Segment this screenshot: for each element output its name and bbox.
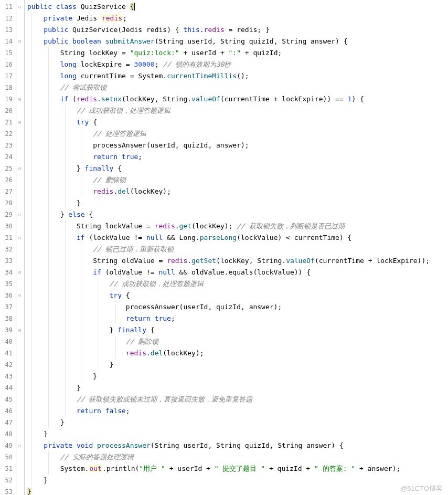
line-number: 21 — [0, 117, 13, 128]
code-line[interactable]: } — [27, 382, 448, 394]
code-line[interactable]: } — [27, 417, 448, 428]
line-number: 12 — [0, 13, 13, 24]
line-number: 23 — [0, 140, 13, 151]
line-number: 29 — [0, 209, 13, 220]
fold-toggle-icon[interactable]: ⊟ — [18, 236, 23, 240]
code-line[interactable]: // 删除锁 — [27, 174, 448, 186]
line-number: 15 — [0, 47, 13, 59]
line-number: 28 — [0, 197, 13, 209]
code-line[interactable]: if (redis.setnx(lockKey, String.valueOf(… — [27, 93, 448, 105]
line-number: 53 — [0, 486, 13, 495]
line-number: 32 — [0, 244, 13, 255]
code-line[interactable]: private Jedis redis; — [27, 13, 448, 24]
code-line[interactable]: } — [27, 197, 448, 209]
code-line[interactable]: return true; — [27, 151, 448, 163]
line-number: 51 — [0, 463, 13, 475]
line-number: 17 — [0, 70, 13, 82]
code-line[interactable]: processAnswer(userId, quizId, answer); — [27, 140, 448, 151]
code-line[interactable]: } finally { — [27, 163, 448, 174]
code-line[interactable]: // 成功获取锁，处理答题逻辑 — [27, 105, 448, 117]
code-line[interactable]: long currentTime = System.currentTimeMil… — [27, 70, 448, 82]
code-line[interactable]: long lockExpire = 30000; // 锁的有效期为30秒 — [27, 59, 448, 70]
line-number: 34 — [0, 267, 13, 278]
code-line[interactable]: } — [27, 475, 448, 486]
code-line[interactable]: String oldValue = redis.getSet(lockKey, … — [27, 255, 448, 267]
code-line[interactable]: } — [27, 359, 448, 371]
line-number: 44 — [0, 382, 13, 394]
watermark: @51CTO博客 — [400, 484, 443, 493]
code-line[interactable]: redis.del(lockKey); — [27, 347, 448, 359]
code-line[interactable]: public boolean submitAnswer(String userI… — [27, 36, 448, 47]
line-number: 45 — [0, 394, 13, 405]
fold-toggle-icon[interactable]: ⊟ — [18, 120, 23, 124]
fold-toggle-icon[interactable]: ⊟ — [18, 293, 23, 298]
fold-toggle-icon[interactable]: ⊟ — [18, 328, 23, 332]
code-line[interactable]: String lockKey = "quiz:lock:" + userId +… — [27, 47, 448, 59]
line-number: 16 — [0, 59, 13, 70]
line-number: 30 — [0, 220, 13, 232]
line-number: 39 — [0, 324, 13, 336]
line-number: 43 — [0, 371, 13, 382]
line-number: 46 — [0, 405, 13, 417]
code-line[interactable]: return false; — [27, 405, 448, 417]
code-line[interactable]: return true; — [27, 313, 448, 324]
code-line[interactable]: private void processAnswer(String userId… — [27, 440, 448, 451]
line-number: 27 — [0, 186, 13, 197]
line-number: 25 — [0, 163, 13, 174]
code-line[interactable]: } finally { — [27, 324, 448, 336]
fold-toggle-icon[interactable]: ⊟ — [18, 270, 23, 275]
code-line[interactable]: public QuizService(Jedis redis) { this.r… — [27, 24, 448, 36]
code-line[interactable]: System.out.println("用户 " + userId + " 提交… — [27, 463, 448, 475]
fold-toggle-icon[interactable]: ⊟ — [18, 166, 23, 171]
code-line[interactable]: // 锁已过期，重新获取锁 — [27, 244, 448, 255]
code-line[interactable]: processAnswer(userId, quizId, answer); — [27, 301, 448, 313]
line-number: 52 — [0, 475, 13, 486]
code-line[interactable]: } — [27, 486, 448, 495]
line-number: 36 — [0, 290, 13, 301]
line-number: 50 — [0, 451, 13, 463]
line-number: 35 — [0, 278, 13, 290]
line-number: 31 — [0, 232, 13, 244]
line-number: 20 — [0, 105, 13, 117]
code-line[interactable]: } else { — [27, 209, 448, 220]
line-number: 26 — [0, 174, 13, 186]
line-number: 11 — [0, 1, 13, 13]
line-number: 37 — [0, 301, 13, 313]
line-number: 18 — [0, 82, 13, 93]
code-line[interactable]: // 处理答题逻辑 — [27, 128, 448, 140]
fold-toggle-icon[interactable]: ⊟ — [18, 97, 23, 101]
code-line[interactable]: String lockValue = redis.get(lockKey); /… — [27, 220, 448, 232]
line-number: 19 — [0, 93, 13, 105]
line-number: 40 — [0, 336, 13, 347]
code-line[interactable]: try { — [27, 290, 448, 301]
code-line[interactable]: // 删除锁 — [27, 336, 448, 347]
fold-toggle-icon[interactable]: ⊟ — [18, 213, 23, 217]
fold-column[interactable]: ⊟⊟⊟⊟⊟⊟⊟⊟⊟⊟⊟ — [17, 0, 24, 495]
fold-toggle-icon[interactable]: ⊟ — [18, 39, 23, 44]
code-line[interactable]: } — [27, 428, 448, 440]
line-number: 22 — [0, 128, 13, 140]
code-line[interactable]: if (oldValue != null && oldValue.equals(… — [27, 267, 448, 278]
line-number: 24 — [0, 151, 13, 163]
line-number: 13 — [0, 24, 13, 36]
code-line[interactable]: } — [27, 371, 448, 382]
code-line[interactable]: redis.del(lockKey); — [27, 186, 448, 197]
code-line[interactable]: try { — [27, 117, 448, 128]
line-number: 41 — [0, 347, 13, 359]
line-number: 14 — [0, 36, 13, 47]
code-editor[interactable]: 1112131415161718192021222324252627282930… — [0, 0, 448, 495]
code-area[interactable]: public class QuizService { private Jedis… — [25, 0, 448, 495]
fold-toggle-icon[interactable]: ⊟ — [18, 444, 23, 448]
code-line[interactable]: // 尝试获取锁 — [27, 82, 448, 93]
line-number: 33 — [0, 255, 13, 267]
code-line[interactable]: // 实际的答题处理逻辑 — [27, 451, 448, 463]
code-line[interactable]: public class QuizService { — [27, 1, 448, 13]
line-number: 47 — [0, 417, 13, 428]
code-line[interactable]: if (lockValue != null && Long.parseLong(… — [27, 232, 448, 244]
line-number: 38 — [0, 313, 13, 324]
code-line[interactable]: // 获取锁失败或锁未过期，直接返回失败，避免重复答题 — [27, 394, 448, 405]
fold-toggle-icon[interactable]: ⊟ — [18, 5, 23, 9]
line-number-gutter: 1112131415161718192021222324252627282930… — [0, 0, 16, 495]
line-number: 48 — [0, 428, 13, 440]
code-line[interactable]: // 成功获取锁，处理答题逻辑 — [27, 278, 448, 290]
